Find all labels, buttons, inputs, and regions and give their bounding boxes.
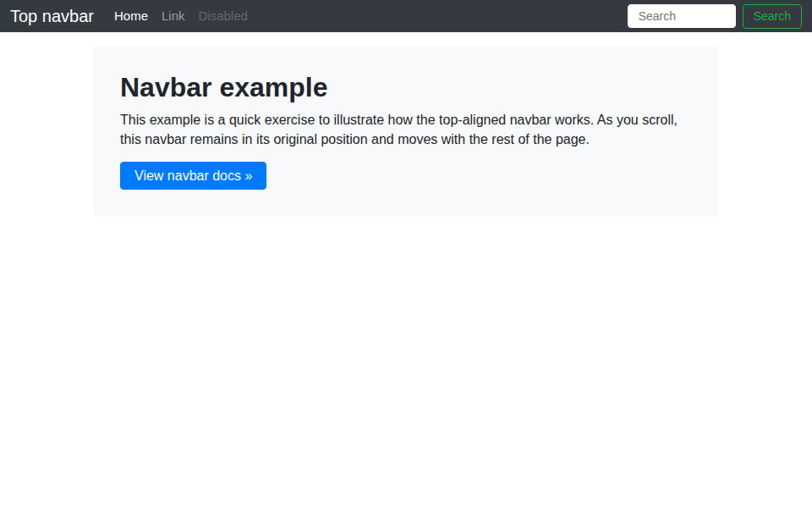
jumbotron: Navbar example This example is a quick e…	[93, 47, 719, 217]
search-button[interactable]: Search	[743, 4, 802, 29]
nav-link-disabled: Disabled	[192, 8, 255, 23]
top-navbar: Top navbar Home Link Disabled Search	[0, 0, 812, 32]
nav-link-home[interactable]: Home	[107, 8, 155, 23]
search-form: Search	[628, 4, 802, 29]
navbar-nav: Home Link Disabled	[107, 8, 255, 24]
page-description: This example is a quick exercise to illu…	[120, 110, 692, 149]
page-title: Navbar example	[120, 72, 692, 103]
nav-link-link[interactable]: Link	[155, 8, 192, 23]
main-container: Navbar example This example is a quick e…	[93, 47, 719, 217]
search-input[interactable]	[628, 4, 736, 28]
navbar-brand[interactable]: Top navbar	[10, 8, 94, 25]
view-navbar-docs-button[interactable]: View navbar docs »	[120, 162, 266, 190]
